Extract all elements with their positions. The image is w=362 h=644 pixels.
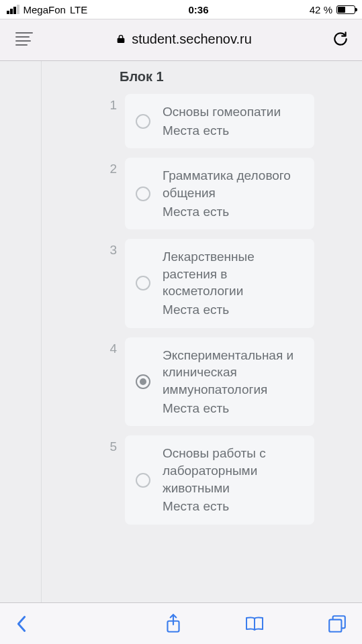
svg-rect-2 (329, 619, 341, 631)
reload-icon (332, 30, 349, 48)
back-button[interactable] (15, 614, 28, 633)
reader-icon (15, 32, 33, 46)
course-title: Экспериментальная и клиническая иммунопа… (163, 347, 302, 398)
page-content: Блок 1 1Основы гомеопатииМеста есть2Грам… (0, 61, 362, 603)
battery-icon (336, 5, 355, 14)
course-title: Лекарственные растения в косметологии (163, 248, 302, 300)
availability-label: Места есть (163, 203, 302, 221)
bookmarks-button[interactable] (243, 614, 266, 633)
option-text: Основы гомеопатииМеста есть (163, 103, 302, 139)
option-number: 2 (101, 158, 117, 176)
url-text: student.sechenov.ru (132, 32, 252, 47)
option-card[interactable]: Экспериментальная и клиническая иммунопа… (125, 337, 314, 427)
option-text: Грамматика делового общенияМеста есть (163, 167, 302, 220)
signal-icon (7, 5, 19, 14)
radio-button[interactable] (136, 114, 150, 129)
course-title: Основы работы с лабораторными животными (163, 445, 302, 496)
book-icon (243, 614, 266, 633)
carrier-label: MegaFon (24, 4, 66, 15)
radio-button[interactable] (136, 473, 150, 488)
option-text: Лекарственные растения в косметологииМес… (163, 248, 302, 319)
lock-icon (116, 33, 126, 45)
share-button[interactable] (165, 613, 182, 635)
availability-label: Места есть (163, 301, 302, 319)
option-card[interactable]: Основы работы с лабораторными животнымиМ… (125, 435, 314, 525)
option-card[interactable]: Грамматика делового общенияМеста есть (125, 158, 314, 229)
address-bar[interactable]: student.sechenov.ru (50, 32, 318, 47)
tabs-icon (327, 614, 347, 634)
battery-percent-label: 42 % (310, 4, 332, 15)
network-label: LTE (70, 4, 87, 15)
option-number: 5 (101, 435, 117, 454)
option-card[interactable]: Основы гомеопатииМеста есть (125, 94, 314, 148)
course-title: Грамматика делового общения (163, 167, 302, 201)
browser-toolbar: student.sechenov.ru (0, 19, 362, 61)
chevron-left-icon (15, 614, 28, 633)
option-row: 4Экспериментальная и клиническая иммуноп… (42, 337, 355, 427)
status-bar: MegaFon LTE 0:36 42 % (0, 0, 362, 19)
browser-bottom-toolbar (0, 602, 362, 644)
status-left: MegaFon LTE (7, 4, 87, 15)
availability-label: Места есть (163, 400, 302, 417)
option-text: Основы работы с лабораторными животнымиМ… (163, 445, 302, 515)
option-row: 5Основы работы с лабораторными животными… (42, 435, 355, 525)
radio-button[interactable] (136, 276, 150, 290)
radio-button[interactable] (136, 374, 150, 389)
clock: 0:36 (189, 4, 209, 15)
option-number: 4 (101, 337, 117, 356)
reload-button[interactable] (327, 30, 354, 48)
option-text: Экспериментальная и клиническая иммунопа… (163, 347, 302, 417)
option-row: 1Основы гомеопатииМеста есть (42, 94, 355, 148)
option-card[interactable]: Лекарственные растения в косметологииМес… (125, 239, 314, 328)
option-row: 2Грамматика делового общенияМеста есть (42, 158, 355, 229)
availability-label: Места есть (163, 498, 302, 515)
left-gutter (0, 61, 42, 603)
option-row: 3Лекарственные растения в косметологииМе… (42, 239, 355, 328)
block-title: Блок 1 (42, 66, 355, 94)
share-icon (165, 613, 182, 635)
option-number: 1 (101, 94, 117, 113)
reader-mode-button[interactable] (8, 26, 40, 52)
option-number: 3 (101, 239, 117, 258)
main-column: Блок 1 1Основы гомеопатииМеста есть2Грам… (42, 61, 362, 603)
options-list: 1Основы гомеопатииМеста есть2Грамматика … (42, 94, 355, 525)
status-right: 42 % (310, 4, 355, 15)
availability-label: Места есть (163, 122, 302, 140)
course-title: Основы гомеопатии (163, 103, 302, 121)
radio-button[interactable] (136, 186, 150, 201)
chevron-right-icon (89, 614, 103, 633)
tabs-button[interactable] (327, 614, 347, 634)
